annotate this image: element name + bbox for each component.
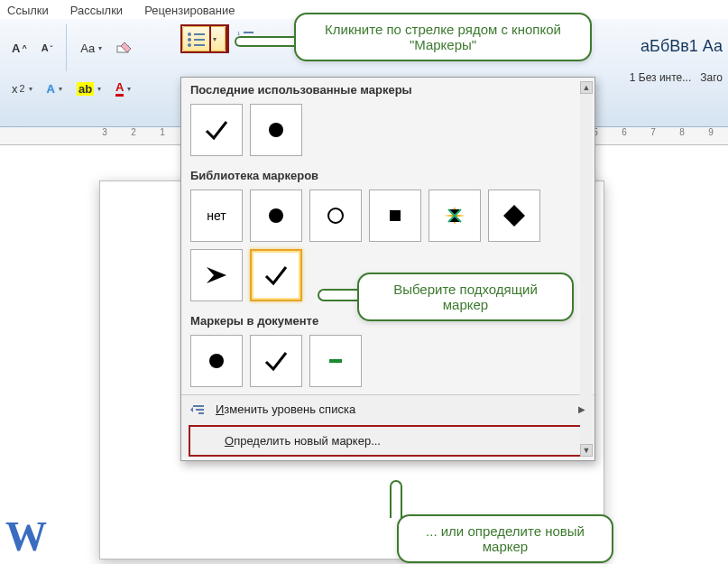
check-icon <box>263 262 290 289</box>
callout-tail <box>390 480 402 518</box>
callout-tail <box>235 36 298 47</box>
define-new-item[interactable]: Определить новый маркер... <box>190 427 585 455</box>
svg-point-1 <box>188 32 191 36</box>
define-highlight: Определить новый маркер... <box>189 425 587 457</box>
font-color-button[interactable]: A▾ <box>111 77 135 100</box>
disc-icon <box>263 202 290 229</box>
bullet-checkmark[interactable] <box>190 104 243 156</box>
menu-footer: Изменить уровень списка ▶ Определить нов… <box>181 394 594 457</box>
word-logo: W <box>5 513 47 560</box>
bullet-disc[interactable] <box>250 104 302 156</box>
svg-point-3 <box>188 38 191 42</box>
separator <box>66 24 67 71</box>
chevron-down-icon[interactable]: ▾ <box>213 35 217 43</box>
bullets-dropdown: ▲ ▼ Последние использованные маркеры Биб… <box>180 77 595 461</box>
callout-pick: Выберите подходящий маркер <box>357 273 574 321</box>
svg-rect-16 <box>390 210 401 221</box>
svg-point-15 <box>328 208 343 223</box>
svg-rect-4 <box>194 39 205 41</box>
svg-rect-8 <box>244 32 253 33</box>
svg-rect-18 <box>329 359 342 363</box>
disc-icon <box>263 116 290 143</box>
bullet-none[interactable]: нет <box>190 190 243 242</box>
section-library: Библиотека маркеров <box>181 163 594 186</box>
bullet-diamonds[interactable] <box>488 190 540 242</box>
change-level-item[interactable]: Изменить уровень списка ▶ <box>181 395 594 423</box>
bullet-check-selected[interactable] <box>250 249 302 301</box>
highlight-button[interactable]: ab▾ <box>72 79 106 99</box>
bullet-disc-2[interactable] <box>250 190 302 242</box>
arrow-icon <box>203 262 230 289</box>
define-new-label: Определить новый маркер... <box>225 434 381 448</box>
section-recent: Последние использованные маркеры <box>181 78 594 100</box>
circle-icon <box>322 202 349 229</box>
callout-define: ... или определите новый маркер <box>397 514 613 563</box>
star4-icon <box>441 202 468 229</box>
bullet-circle[interactable] <box>309 190 362 242</box>
square-icon <box>382 202 409 229</box>
svg-point-14 <box>269 208 283 223</box>
tab-links[interactable]: Ссылки <box>7 4 49 17</box>
check-icon <box>263 347 290 374</box>
change-case-button[interactable]: Aa▾ <box>76 38 106 59</box>
doc-tiles <box>181 331 594 394</box>
bullet-disc-doc[interactable] <box>190 335 243 387</box>
grow-font-button[interactable]: A^ <box>7 38 32 59</box>
svg-point-17 <box>209 354 224 368</box>
none-label: нет <box>207 208 226 223</box>
bullet-square[interactable] <box>369 190 421 242</box>
bullets-icon <box>186 31 209 47</box>
subscript-button[interactable]: x2▾ <box>7 79 37 99</box>
bullet-check-doc[interactable] <box>250 335 302 387</box>
svg-rect-6 <box>194 44 205 46</box>
style-names: 1 Без инте... Заго <box>630 71 723 84</box>
bullets-button[interactable]: ▾ <box>182 26 226 51</box>
check-icon <box>203 116 230 143</box>
svg-point-5 <box>188 43 191 47</box>
dash-icon <box>322 347 349 374</box>
chevron-right-icon: ▶ <box>578 404 585 414</box>
style-preview[interactable]: аБбВв1 Аа <box>640 37 723 56</box>
bullet-4star[interactable] <box>429 190 481 242</box>
scroll-up-icon[interactable]: ▲ <box>580 81 593 94</box>
callout-tail <box>318 289 361 301</box>
disc-icon <box>203 347 230 374</box>
diamond-icon <box>501 202 528 229</box>
text-effect-button[interactable]: A▾ <box>42 79 67 99</box>
svg-point-13 <box>269 123 283 137</box>
eraser-icon <box>116 41 133 55</box>
clear-format-button[interactable] <box>112 37 137 59</box>
bullet-dash-doc[interactable] <box>309 335 362 387</box>
callout-arrow-tip: Кликните по стрелке рядом с кнопкой "Мар… <box>294 13 592 61</box>
recent-tiles <box>181 100 594 163</box>
change-level-label: Изменить уровень списка <box>216 402 355 416</box>
indent-icon <box>190 403 207 416</box>
svg-rect-2 <box>194 33 205 35</box>
bullet-arrow[interactable] <box>190 249 243 301</box>
tab-review[interactable]: Рецензирование <box>144 4 235 17</box>
tab-mail[interactable]: Рассылки <box>70 4 123 17</box>
shrink-font-button[interactable]: Aˇ <box>37 39 58 57</box>
